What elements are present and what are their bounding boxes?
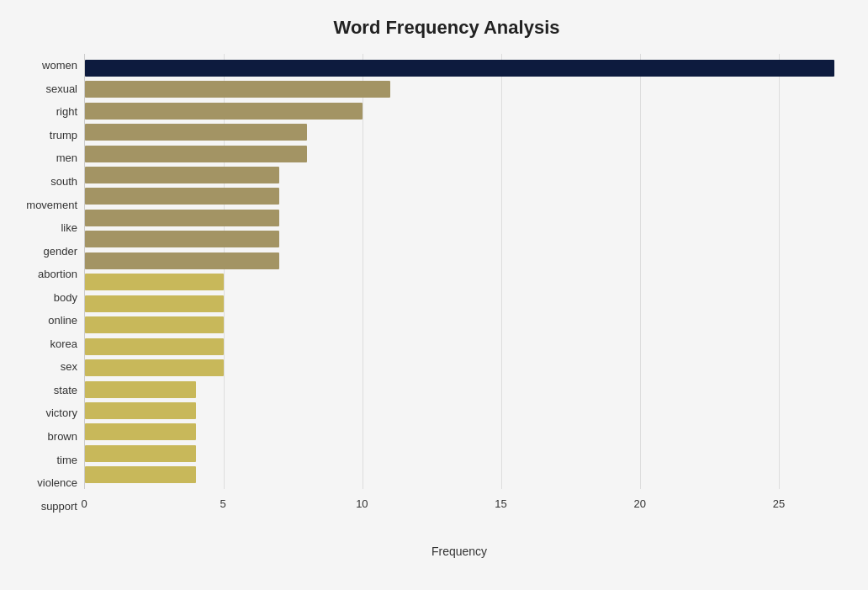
bar [85, 81, 390, 98]
bar [85, 252, 279, 269]
y-label: trump [50, 124, 77, 146]
y-label: men [56, 147, 77, 169]
bar [85, 338, 224, 355]
y-label: brown [48, 426, 77, 448]
bar-row [85, 100, 834, 121]
bar-row [85, 229, 834, 250]
y-label: movement [26, 194, 77, 215]
chart-area: womensexualrighttrumpmensouthmovementlik… [8, 54, 834, 518]
bar [85, 103, 363, 120]
y-label: sexual [45, 77, 77, 99]
bar-row [85, 293, 834, 314]
bar-row [85, 465, 834, 486]
bar-row [85, 143, 834, 164]
bar [85, 295, 224, 312]
bar-row [85, 207, 834, 228]
y-labels: womensexualrighttrumpmensouthmovementlik… [8, 54, 84, 518]
bar-row [85, 336, 834, 357]
y-label: support [41, 495, 77, 517]
y-label: south [50, 171, 77, 193]
bar-row [85, 78, 834, 99]
y-label: online [48, 310, 77, 332]
x-tick: 0 [81, 497, 87, 510]
x-tick: 25 [773, 497, 785, 510]
bar [85, 124, 307, 141]
bar-row [85, 57, 834, 78]
bar-row [85, 250, 834, 271]
bar [85, 188, 279, 205]
x-axis: Frequency 0510152025 [84, 492, 834, 518]
bar-row [85, 121, 834, 142]
bar-row [85, 186, 834, 207]
x-axis-label: Frequency [84, 545, 834, 558]
x-tick: 10 [356, 497, 368, 510]
bars-and-grid: Frequency 0510152025 [84, 54, 834, 518]
chart-title: Word Frequency Analysis [8, 17, 834, 39]
x-tick: 15 [495, 497, 506, 510]
y-label: violence [37, 472, 77, 494]
y-label: sex [61, 356, 77, 378]
y-label: korea [50, 332, 77, 354]
y-label: state [54, 379, 77, 401]
y-label: victory [45, 402, 77, 424]
bar [85, 466, 196, 483]
y-label: gender [44, 240, 77, 262]
y-label: right [56, 101, 77, 123]
bar-row [85, 314, 834, 335]
chart-container: Word Frequency Analysis womensexualright… [0, 0, 868, 590]
bar-row [85, 400, 834, 421]
y-label: abortion [38, 263, 77, 285]
bar [85, 402, 196, 419]
bar [85, 445, 196, 462]
x-tick: 5 [220, 497, 226, 510]
bar [85, 359, 224, 376]
y-label: time [56, 449, 77, 470]
bar [85, 274, 224, 290]
bar-row [85, 272, 834, 293]
bars-container [85, 54, 834, 489]
bar [85, 231, 279, 247]
bar-row [85, 164, 834, 185]
bar [85, 316, 224, 333]
bar [85, 381, 196, 398]
bar-row [85, 357, 834, 378]
bar [85, 60, 834, 77]
y-label: like [61, 217, 77, 239]
bar [85, 210, 279, 226]
bar [85, 146, 307, 162]
bar [85, 423, 196, 440]
bar-row [85, 379, 834, 400]
bar-row [85, 443, 834, 464]
y-label: body [54, 286, 77, 308]
y-label: women [42, 55, 77, 77]
grid-and-bars [84, 54, 834, 489]
bar-row [85, 422, 834, 443]
bar [85, 167, 279, 183]
x-tick: 20 [634, 497, 646, 510]
